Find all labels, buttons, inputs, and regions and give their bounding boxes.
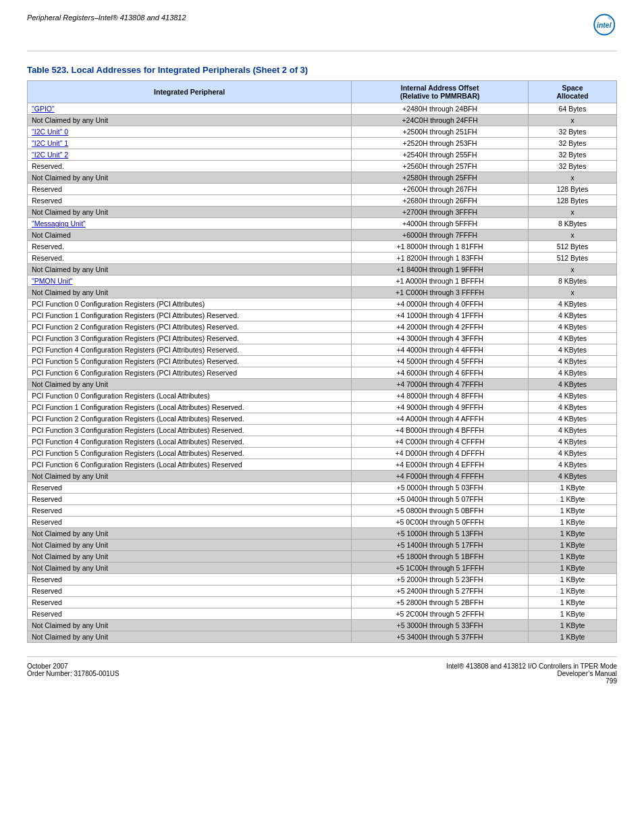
peripheral-cell: "I2C Unit" 1 (28, 138, 352, 149)
table-row: PCI Function 6 Configuration Registers (… (28, 367, 617, 379)
address-cell: +4 2000H through 4 2FFFH (352, 321, 529, 333)
table-row: Reserved+5 0000H through 5 03FFH1 KByte (28, 482, 617, 494)
space-cell: 1 KByte (529, 540, 617, 551)
col3-header: SpaceAllocated (529, 81, 617, 103)
space-cell: 4 KBytes (529, 356, 617, 367)
peripheral-cell: PCI Function 4 Configuration Registers (… (28, 344, 352, 356)
peripheral-cell: Not Claimed by any Unit (28, 563, 352, 574)
table-row: Not Claimed by any Unit+5 1800H through … (28, 551, 617, 563)
table-row: Reserved.+1 8000H through 1 81FFH512 Byt… (28, 241, 617, 253)
peripheral-cell: PCI Function 6 Configuration Registers (… (28, 367, 352, 379)
table-row: Reserved+5 2800H through 5 2BFFH1 KByte (28, 597, 617, 608)
address-cell: +6000H through 7FFFH (352, 230, 529, 241)
table-row: "GPIO"+2480H through 24BFH64 Bytes (28, 103, 617, 115)
peripheral-cell: PCI Function 2 Configuration Registers (… (28, 321, 352, 333)
peripheral-cell: Reserved. (28, 253, 352, 264)
space-cell: x (529, 172, 617, 184)
peripheral-cell: Not Claimed by any Unit (28, 287, 352, 298)
table-row: Reserved+5 0800H through 5 0BFFH1 KByte (28, 505, 617, 517)
peripheral-cell: PCI Function 2 Configuration Registers (… (28, 413, 352, 425)
footer-right: Intel® 413808 and 413812 I/O Controllers… (446, 662, 617, 685)
peripheral-cell: PCI Function 5 Configuration Registers (… (28, 356, 352, 367)
space-cell: 1 KByte (529, 574, 617, 585)
table-row: PCI Function 5 Configuration Registers (… (28, 448, 617, 459)
table-row: Not Claimed by any Unit+4 F000H through … (28, 471, 617, 482)
peripheral-cell: Not Claimed (28, 230, 352, 241)
space-cell: 1 KByte (529, 494, 617, 505)
space-cell: 4 KBytes (529, 298, 617, 310)
table-row: Reserved+5 2000H through 5 23FFH1 KByte (28, 574, 617, 585)
address-cell: +2480H through 24BFH (352, 103, 529, 115)
space-cell: 1 KByte (529, 517, 617, 528)
table-row: Not Claimed+6000H through 7FFFHx (28, 230, 617, 241)
space-cell: 4 KBytes (529, 471, 617, 482)
address-cell: +1 8000H through 1 81FFH (352, 241, 529, 253)
peripheral-cell: PCI Function 0 Configuration Registers (… (28, 390, 352, 402)
peripheral-cell: Not Claimed by any Unit (28, 207, 352, 218)
address-cell: +5 2400H through 5 27FFH (352, 585, 529, 597)
table-row: PCI Function 6 Configuration Registers (… (28, 459, 617, 471)
address-cell: +5 1C00H through 5 1FFFH (352, 563, 529, 574)
address-cell: +5 0C00H through 5 0FFFH (352, 517, 529, 528)
table-row: PCI Function 3 Configuration Registers (… (28, 425, 617, 436)
address-cell: +1 C000H through 3 FFFFH (352, 287, 529, 298)
table-row: Not Claimed by any Unit+1 8400H through … (28, 264, 617, 276)
peripheral-cell: PCI Function 1 Configuration Registers (… (28, 310, 352, 321)
table-row: PCI Function 0 Configuration Registers (… (28, 390, 617, 402)
address-cell: +4 9000H through 4 9FFFH (352, 402, 529, 413)
table-row: PCI Function 4 Configuration Registers (… (28, 436, 617, 448)
peripheral-cell: Not Claimed by any Unit (28, 528, 352, 540)
space-cell: x (529, 115, 617, 126)
table-row: Reserved+2600H through 267FH128 Bytes (28, 184, 617, 195)
table-row: Not Claimed by any Unit+5 3400H through … (28, 631, 617, 643)
address-cell: +1 8200H through 1 83FFH (352, 253, 529, 264)
space-cell: 32 Bytes (529, 126, 617, 138)
address-cell: +2500H through 251FH (352, 126, 529, 138)
space-cell: 4 KBytes (529, 310, 617, 321)
table-title: Table 523. Local Addresses for Integrate… (27, 65, 617, 75)
peripheral-cell: Reserved (28, 184, 352, 195)
space-cell: 4 KBytes (529, 436, 617, 448)
table-row: Reserved+5 0C00H through 5 0FFFH1 KByte (28, 517, 617, 528)
peripheral-cell: Not Claimed by any Unit (28, 379, 352, 390)
peripheral-cell: Not Claimed by any Unit (28, 115, 352, 126)
space-cell: 1 KByte (529, 597, 617, 608)
table-row: "Messaging Unit"+4000H through 5FFFH8 KB… (28, 218, 617, 230)
address-cell: +4 7000H through 4 7FFFH (352, 379, 529, 390)
table-row: Not Claimed by any Unit+4 7000H through … (28, 379, 617, 390)
space-cell: 32 Bytes (529, 161, 617, 172)
footer: October 2007 Order Number: 317805-001US … (27, 656, 617, 685)
space-cell: 4 KBytes (529, 425, 617, 436)
space-cell: 4 KBytes (529, 402, 617, 413)
table-row: Reserved+5 2C00H through 5 2FFFH1 KByte (28, 608, 617, 620)
peripheral-cell: Reserved (28, 195, 352, 207)
peripheral-cell: Reserved (28, 585, 352, 597)
space-cell: 4 KBytes (529, 379, 617, 390)
svg-text:®: ® (608, 16, 612, 20)
space-cell: 8 KBytes (529, 276, 617, 287)
address-cell: +5 1400H through 5 17FFH (352, 540, 529, 551)
peripheral-cell: "I2C Unit" 0 (28, 126, 352, 138)
table-row: "I2C Unit" 2+2540H through 255FH32 Bytes (28, 149, 617, 161)
address-cell: +4 F000H through 4 FFFFH (352, 471, 529, 482)
header: Peripheral Registers–Intel® 413808 and 4… (27, 14, 617, 51)
address-cell: +4 E000H through 4 EFFFH (352, 459, 529, 471)
space-cell: 1 KByte (529, 528, 617, 540)
address-cell: +4 A000H through 4 AFFFH (352, 413, 529, 425)
table-row: Not Claimed by any Unit+2700H through 3F… (28, 207, 617, 218)
space-cell: 1 KByte (529, 563, 617, 574)
space-cell: 1 KByte (529, 505, 617, 517)
table-row: "I2C Unit" 0+2500H through 251FH32 Bytes (28, 126, 617, 138)
table-row: Reserved.+1 8200H through 1 83FFH512 Byt… (28, 253, 617, 264)
space-cell: 4 KBytes (529, 413, 617, 425)
peripheral-cell: Not Claimed by any Unit (28, 551, 352, 563)
address-cell: +5 2800H through 5 2BFFH (352, 597, 529, 608)
table-row: PCI Function 0 Configuration Registers (… (28, 298, 617, 310)
address-cell: +2700H through 3FFFH (352, 207, 529, 218)
peripheral-cell: Reserved (28, 597, 352, 608)
address-cell: +2580H through 25FFH (352, 172, 529, 184)
space-cell: x (529, 230, 617, 241)
table-row: Reserved+5 2400H through 5 27FFH1 KByte (28, 585, 617, 597)
peripheral-cell: "GPIO" (28, 103, 352, 115)
space-cell: 4 KBytes (529, 448, 617, 459)
